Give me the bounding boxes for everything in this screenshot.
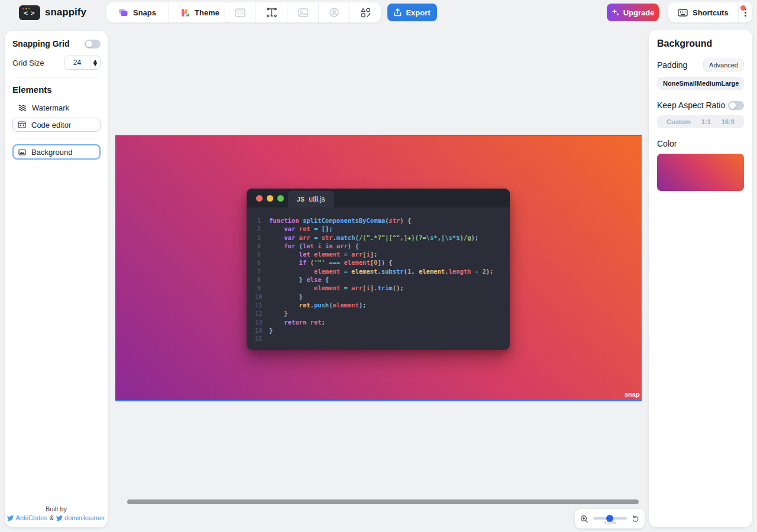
color-label: Color <box>657 139 744 148</box>
upgrade-button[interactable]: Upgrade <box>607 4 659 21</box>
nav-theme[interactable]: Theme <box>169 2 231 22</box>
footer-credits: Built by AnkiCodes & dominiksumer <box>5 505 108 521</box>
shortcuts-button[interactable]: Shortcuts <box>668 2 738 22</box>
padding-options: None Small Medium Large <box>657 77 744 90</box>
code-lines[interactable]: 1function splitComponentsByComma(str) {2… <box>247 207 510 343</box>
ratio-options: Custom 1:1 16:9 <box>657 115 744 128</box>
overflow-menu-button[interactable] <box>739 2 752 22</box>
insert-avatar-button[interactable] <box>319 2 350 22</box>
keyboard-icon <box>678 9 688 17</box>
shapes-icon <box>361 8 371 18</box>
snapping-grid-label: Snapping Grid <box>12 39 69 48</box>
panel-title: Background <box>657 38 744 49</box>
element-item-watermark[interactable]: Watermark <box>12 100 101 115</box>
padding-option-medium[interactable]: Medium <box>697 80 722 87</box>
snappify-logo-icon: < > <box>19 5 40 20</box>
code-editor-window[interactable]: JS util.js 1function splitComponentsByCo… <box>247 189 510 350</box>
aspect-ratio-toggle[interactable] <box>728 101 744 110</box>
zoom-reset-button[interactable] <box>632 515 639 523</box>
traffic-lights <box>256 195 284 202</box>
insert-shapes-button[interactable] <box>350 2 381 22</box>
elements-title: Elements <box>12 85 101 95</box>
insert-text-button[interactable] <box>256 2 287 22</box>
built-by-label: Built by <box>5 505 108 512</box>
padding-option-none[interactable]: None <box>663 80 680 87</box>
ratio-option-16-9[interactable]: 16:9 <box>722 118 735 125</box>
insert-toolbar <box>225 2 381 22</box>
ratio-option-1-1[interactable]: 1:1 <box>701 118 711 125</box>
app-title: snappify <box>45 7 86 18</box>
element-item-code-editor[interactable]: Code editor <box>12 118 101 132</box>
advanced-padding-button[interactable]: Advanced <box>703 59 744 72</box>
canvas-watermark: snap <box>625 391 640 398</box>
text-tool-icon <box>267 8 277 17</box>
twitter-icon <box>7 515 14 521</box>
file-tab[interactable]: JS util.js <box>288 191 334 207</box>
ratio-option-custom[interactable]: Custom <box>667 118 691 125</box>
export-icon <box>394 8 402 17</box>
top-bar: < > snappify Snaps Theme <box>0 0 757 25</box>
padding-option-large[interactable]: Large <box>721 80 739 87</box>
theme-icon <box>180 8 190 17</box>
insert-code-window-button[interactable] <box>225 2 255 22</box>
padding-label: Padding <box>657 60 687 70</box>
code-editor-icon <box>18 121 26 128</box>
credit-link-dominiksumer[interactable]: dominiksumer <box>56 514 105 521</box>
left-sidebar: Snapping Grid Grid Size Elements Waterma… <box>5 31 108 527</box>
code-window-titlebar[interactable]: JS util.js <box>247 189 510 207</box>
sparkles-icon <box>612 8 620 17</box>
notification-dot <box>740 5 746 11</box>
code-window-icon <box>235 8 245 17</box>
image-icon <box>298 8 308 17</box>
grid-size-label: Grid Size <box>12 59 44 67</box>
zoom-slider[interactable]: 100% <box>593 509 627 528</box>
twitter-icon <box>56 515 63 521</box>
zoom-value: 100% <box>593 520 627 525</box>
snapping-grid-toggle[interactable] <box>85 40 101 48</box>
padding-option-small[interactable]: Small <box>680 80 697 87</box>
grid-size-value[interactable] <box>64 59 90 67</box>
shortcuts-group: Shortcuts <box>668 2 752 22</box>
aspect-ratio-label: Keep Aspect Ratio <box>657 100 725 110</box>
zoom-icon[interactable] <box>580 515 588 523</box>
maximize-dot <box>277 195 284 202</box>
nav-snaps[interactable]: Snaps <box>106 2 168 22</box>
js-file-icon: JS <box>297 196 305 203</box>
minimize-dot <box>267 195 273 202</box>
snaps-icon <box>118 8 128 17</box>
credit-link-ankicodes[interactable]: AnkiCodes <box>7 514 47 521</box>
horizontal-scrollbar[interactable] <box>127 499 639 504</box>
file-tab-label: util.js <box>309 195 325 203</box>
background-icon <box>18 149 26 155</box>
export-button[interactable]: Export <box>387 4 437 21</box>
color-swatch[interactable] <box>657 154 744 191</box>
grid-size-input[interactable] <box>64 56 101 70</box>
watermark-icon <box>18 105 27 111</box>
main-nav: Snaps Theme <box>106 2 231 22</box>
right-sidebar: Background Padding Advanced None Small M… <box>649 30 752 527</box>
close-dot <box>256 195 263 202</box>
zoom-control: 100% <box>575 509 645 528</box>
element-item-background[interactable]: Background <box>12 144 101 160</box>
grid-size-stepper[interactable] <box>90 56 100 69</box>
insert-image-button[interactable] <box>287 2 318 22</box>
avatar-icon <box>329 8 339 17</box>
